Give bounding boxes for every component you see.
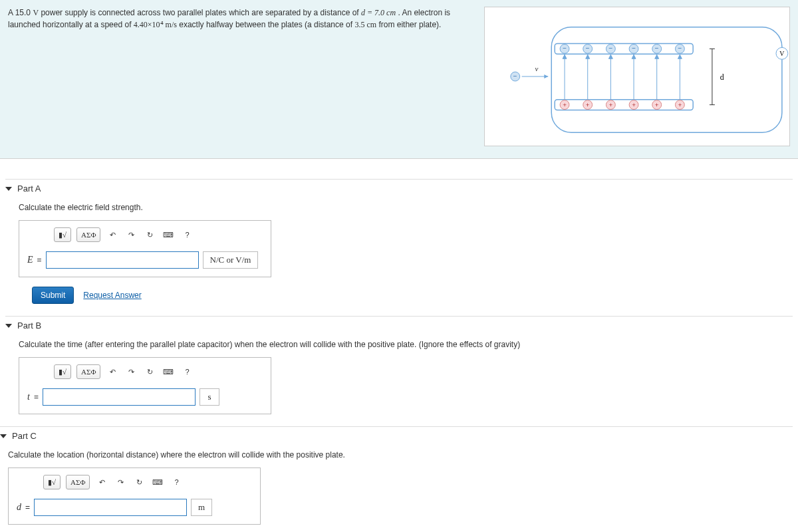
svg-text:+: + bbox=[678, 101, 682, 108]
part-b-header[interactable]: Part B bbox=[5, 316, 793, 334]
reset-icon[interactable]: ↻ bbox=[143, 364, 156, 379]
halfdist: 3.5 cm bbox=[354, 20, 376, 29]
variable-E: E bbox=[27, 255, 33, 265]
collapse-icon bbox=[0, 434, 7, 438]
part-c-title: Part C bbox=[12, 431, 37, 441]
templates-button[interactable]: ▮√ bbox=[54, 364, 71, 379]
part-c-header[interactable]: Part C bbox=[0, 426, 793, 445]
svg-marker-34 bbox=[655, 55, 659, 59]
voltage-label: V bbox=[779, 50, 785, 57]
toolbar: ▮√ ΑΣΦ ↶ ↷ ↻ ⌨ ? bbox=[43, 475, 252, 489]
svg-text:+: + bbox=[608, 101, 612, 108]
svg-marker-32 bbox=[632, 55, 636, 59]
svg-text:−: − bbox=[608, 45, 612, 52]
plus-charges bbox=[560, 100, 684, 110]
equals: = bbox=[37, 255, 42, 265]
equals: = bbox=[25, 503, 30, 512]
svg-text:+: + bbox=[586, 101, 590, 108]
templates-button[interactable]: ▮√ bbox=[54, 227, 71, 242]
part-a-title: Part A bbox=[17, 184, 41, 194]
reset-icon[interactable]: ↻ bbox=[143, 227, 156, 242]
part-b-question: Calculate the time (after entering the p… bbox=[19, 340, 793, 349]
part-c-question: Calculate the location (horizontal dista… bbox=[8, 450, 793, 460]
diagram: − − − − − − + + + + + + bbox=[484, 7, 790, 146]
d-label: d bbox=[720, 72, 724, 82]
minus-charges bbox=[560, 44, 684, 53]
part-c-panel: ▮√ ΑΣΦ ↶ ↷ ↻ ⌨ ? d = m bbox=[8, 467, 261, 525]
svg-text:−: − bbox=[655, 45, 659, 52]
templates-button[interactable]: ▮√ bbox=[43, 475, 61, 489]
svg-rect-0 bbox=[551, 27, 782, 132]
svg-text:+: + bbox=[632, 101, 636, 108]
equals: = bbox=[34, 392, 39, 402]
svg-rect-1 bbox=[555, 43, 693, 54]
greek-button[interactable]: ΑΣΦ bbox=[76, 227, 100, 242]
d-expr: d = 7.0 cm bbox=[361, 8, 396, 17]
svg-text:−: − bbox=[678, 45, 682, 52]
part-a: Part A Calculate the electric field stre… bbox=[5, 179, 793, 304]
speed: 4.40×10⁴ m/s bbox=[134, 20, 177, 29]
part-c-input[interactable] bbox=[34, 499, 187, 516]
help-icon[interactable]: ? bbox=[180, 364, 194, 379]
part-a-question: Calculate the electric field strength. bbox=[19, 203, 793, 212]
toolbar: ▮√ ΑΣΦ ↶ ↷ ↻ ⌨ ? bbox=[54, 227, 263, 242]
svg-text:−: − bbox=[586, 45, 590, 52]
part-b-panel: ▮√ ΑΣΦ ↶ ↷ ↻ ⌨ ? t = s bbox=[19, 357, 271, 414]
svg-rect-2 bbox=[555, 100, 693, 110]
part-b-units: s bbox=[200, 388, 219, 406]
toolbar: ▮√ ΑΣΦ ↶ ↷ ↻ ⌨ ? bbox=[54, 364, 263, 379]
svg-marker-36 bbox=[678, 55, 682, 59]
collapse-icon bbox=[5, 187, 12, 191]
minus-icon: − bbox=[563, 45, 567, 52]
redo-icon[interactable]: ↷ bbox=[124, 364, 138, 379]
greek-button[interactable]: ΑΣΦ bbox=[76, 364, 100, 379]
text: from either plate). bbox=[376, 20, 441, 29]
svg-text:−: − bbox=[632, 45, 636, 52]
redo-icon[interactable]: ↷ bbox=[124, 227, 138, 242]
greek-button[interactable]: ΑΣΦ bbox=[66, 475, 90, 489]
text: exactly halfway between the plates (a di… bbox=[177, 20, 355, 29]
part-a-submit-button[interactable]: Submit bbox=[32, 287, 74, 304]
part-b: Part B Calculate the time (after enterin… bbox=[5, 316, 793, 414]
part-a-header[interactable]: Part A bbox=[5, 179, 793, 198]
v-label: v bbox=[535, 65, 538, 72]
undo-icon[interactable]: ↶ bbox=[106, 227, 119, 242]
redo-icon[interactable]: ↷ bbox=[114, 475, 127, 489]
help-icon[interactable]: ? bbox=[170, 475, 183, 489]
undo-icon[interactable]: ↶ bbox=[95, 475, 108, 489]
part-b-title: Part B bbox=[17, 321, 41, 331]
part-a-panel: ▮√ ΑΣΦ ↶ ↷ ↻ ⌨ ? E = N/C or V/m bbox=[19, 220, 271, 277]
svg-marker-28 bbox=[586, 55, 590, 59]
svg-marker-40 bbox=[544, 74, 548, 78]
problem-statement: A 15.0 V power supply is connected acros… bbox=[8, 7, 471, 31]
keyboard-icon[interactable]: ⌨ bbox=[162, 227, 175, 242]
variable-t: t bbox=[27, 392, 30, 402]
plus-icon: + bbox=[563, 101, 567, 108]
collapse-icon bbox=[5, 324, 12, 328]
part-c-units: m bbox=[191, 499, 212, 516]
undo-icon[interactable]: ↶ bbox=[106, 364, 119, 379]
text: A 15.0 bbox=[8, 8, 33, 17]
problem-header: A 15.0 V power supply is connected acros… bbox=[0, 0, 798, 159]
keyboard-icon[interactable]: ⌨ bbox=[151, 475, 164, 489]
variable-d: d bbox=[17, 502, 21, 513]
part-a-input[interactable] bbox=[46, 251, 199, 269]
part-a-units: N/C or V/m bbox=[203, 251, 259, 269]
text: power supply is connected across two par… bbox=[39, 8, 361, 17]
part-c: Part C Calculate the location (horizonta… bbox=[0, 426, 793, 532]
svg-text:+: + bbox=[655, 101, 659, 108]
keyboard-icon[interactable]: ⌨ bbox=[162, 364, 175, 379]
svg-marker-30 bbox=[608, 55, 612, 59]
unit: V bbox=[33, 8, 39, 17]
help-icon[interactable]: ? bbox=[180, 227, 194, 242]
svg-text:−: − bbox=[513, 72, 517, 80]
part-b-input[interactable] bbox=[43, 388, 196, 406]
part-a-request-answer-link[interactable]: Request Answer bbox=[83, 291, 141, 300]
svg-marker-26 bbox=[563, 55, 567, 59]
reset-icon[interactable]: ↻ bbox=[132, 475, 146, 489]
